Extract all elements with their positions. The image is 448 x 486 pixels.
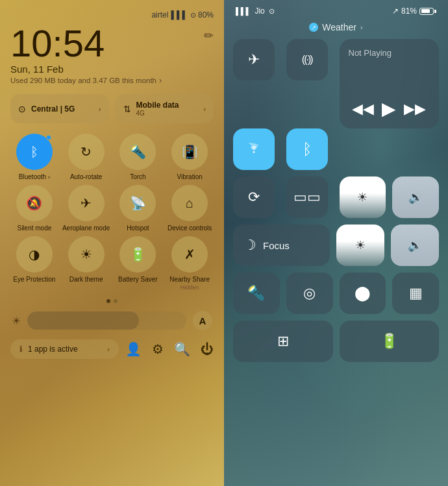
battery-arrow-right: ↗ bbox=[392, 6, 399, 16]
device-controls-label: Device controls bbox=[168, 225, 212, 232]
cellular-icon: ((·)) bbox=[302, 54, 312, 66]
volume-slider-col[interactable]: 🔊 bbox=[391, 225, 439, 266]
page-dots bbox=[10, 299, 214, 303]
bluetooth-button[interactable]: ᛒ bbox=[16, 134, 53, 170]
qr-tile[interactable]: ⊞ bbox=[233, 321, 333, 362]
next-button[interactable]: ▶▶ bbox=[404, 101, 426, 117]
bluetooth-icon-right: ᛒ bbox=[303, 140, 312, 158]
dark-theme-cell: ☀ Dark theme bbox=[62, 236, 110, 291]
app-active-button[interactable]: ℹ 1 app is active › bbox=[10, 339, 119, 359]
row-1: ✈ ((·)) Not Playing ◀◀ ▶ ▶▶ bbox=[233, 39, 439, 128]
battery-saver-button[interactable]: 🔋 bbox=[119, 236, 156, 273]
weather-label: Weather bbox=[322, 22, 356, 32]
camera-icon: ◎ bbox=[303, 285, 316, 302]
mobile-data-tile[interactable]: ⇅ Mobile data 4G › bbox=[116, 94, 214, 123]
row-2-wrapper: ᛒ bbox=[233, 128, 439, 170]
media-tile: Not Playing ◀◀ ▶ ▶▶ bbox=[340, 39, 440, 128]
screen-mirror-icon: ▭▭ bbox=[293, 189, 321, 206]
airplane-tile[interactable]: ✈ bbox=[233, 39, 275, 80]
auto-rotate-cell: ↻ Auto-rotate bbox=[62, 134, 110, 181]
nearby-share-icon: ✗ bbox=[184, 247, 195, 262]
play-button[interactable]: ▶ bbox=[382, 98, 396, 119]
wifi-tile-right[interactable] bbox=[233, 128, 275, 170]
hotspot-icon: 📡 bbox=[130, 195, 146, 211]
hotspot-button[interactable]: 📡 bbox=[119, 185, 156, 221]
wifi-icon-svg bbox=[246, 143, 262, 156]
usage-arrow[interactable]: › bbox=[159, 76, 162, 85]
left-panel: airtel ▌▌▌ ⊙ 80% 10:54 ✏ Sun, 11 Feb Use… bbox=[0, 0, 224, 486]
device-controls-button[interactable]: ⌂ bbox=[171, 185, 208, 221]
clock-time: 10:54 bbox=[10, 25, 105, 62]
row-3: ⟳ ▭▭ ☀ 🔊 bbox=[233, 176, 439, 218]
status-right: ↗ 81% bbox=[392, 6, 436, 16]
prev-button[interactable]: ◀◀ bbox=[352, 101, 374, 117]
brightness-slider-col[interactable]: ☀ bbox=[336, 225, 384, 266]
auto-rotate-icon: ↻ bbox=[81, 144, 92, 160]
flashlight-tile[interactable]: 🔦 bbox=[233, 273, 280, 314]
focus-tile[interactable]: ☽ Focus bbox=[233, 225, 330, 266]
date-display: Sun, 11 Feb bbox=[10, 64, 214, 75]
not-playing-title: Not Playing bbox=[349, 48, 430, 58]
airplane-cell: ✈ Aeroplane mode bbox=[62, 185, 110, 232]
search-icon[interactable]: 🔍 bbox=[174, 341, 190, 357]
bluetooth-label: Bluetooth › bbox=[19, 173, 50, 181]
camera-tile[interactable]: ◎ bbox=[286, 273, 333, 314]
settings-icon[interactable]: ⚙ bbox=[152, 341, 164, 357]
bluetooth-tile-right[interactable]: ᛒ bbox=[286, 128, 328, 170]
eye-protection-button[interactable]: ◑ bbox=[16, 236, 53, 273]
edit-icon[interactable]: ✏ bbox=[204, 30, 214, 42]
time-display: 10:54 ✏ bbox=[10, 25, 214, 62]
calculator-tile[interactable]: ▦ bbox=[392, 273, 439, 314]
not-playing: Not Playing bbox=[349, 48, 430, 63]
airplane-label: Aeroplane mode bbox=[62, 225, 110, 232]
person-icon[interactable]: 👤 bbox=[125, 341, 142, 357]
brightness-bar[interactable] bbox=[27, 311, 186, 330]
battery-saver-cell: 🔋 Battery Saver bbox=[114, 236, 162, 291]
weather-bar[interactable]: ↗ Weather › bbox=[233, 19, 439, 39]
quick-tiles: ⊙ Central | 5G › ⇅ Mobile data 4G › bbox=[10, 94, 214, 123]
carrier-text: airtel bbox=[151, 10, 168, 19]
silent-label: Silent mode bbox=[17, 225, 51, 232]
app-active-text: 1 app is active bbox=[28, 345, 102, 354]
wifi-tile-title: Central | 5G bbox=[31, 104, 93, 114]
signal-bars-right: ▌▌▌ bbox=[236, 7, 251, 15]
dark-theme-button[interactable]: ☀ bbox=[68, 236, 105, 273]
bluetooth-cell: ᛒ Bluetooth › bbox=[10, 134, 58, 181]
nearby-share-button[interactable]: ✗ bbox=[171, 236, 208, 273]
battery-widget-icon: 🔋 bbox=[380, 333, 398, 350]
brightness-slider-tile[interactable]: ☀ bbox=[340, 176, 386, 218]
orientation-tile[interactable]: ⟳ bbox=[233, 176, 275, 218]
battery-saver-icon: 🔋 bbox=[130, 247, 146, 262]
airplane-button[interactable]: ✈ bbox=[68, 185, 105, 221]
battery-percent-right: 81% bbox=[401, 6, 417, 16]
mobile-data-title: Mobile data bbox=[136, 101, 199, 110]
usage-text: Used 290 MB today and 3.47 GB this month bbox=[10, 77, 156, 84]
app-active-chevron: › bbox=[107, 345, 110, 353]
cellular-tile[interactable]: ((·)) bbox=[286, 39, 328, 80]
auto-brightness-button[interactable]: A bbox=[193, 311, 212, 330]
auto-rotate-button[interactable]: ↻ bbox=[68, 134, 105, 170]
vibration-button[interactable]: 📳 bbox=[171, 134, 208, 170]
focus-moon-icon: ☽ bbox=[243, 237, 256, 254]
silent-icon: 🔕 bbox=[26, 195, 42, 211]
mobile-data-subtitle: 4G bbox=[136, 110, 199, 117]
wifi-tile[interactable]: ⊙ Central | 5G › bbox=[10, 94, 109, 123]
torch-button[interactable]: 🔦 bbox=[119, 134, 156, 170]
record-tile[interactable]: ⬤ bbox=[340, 273, 386, 314]
bottom-icons: 👤 ⚙ 🔍 ⏻ bbox=[125, 341, 214, 357]
orientation-icon: ⟳ bbox=[248, 189, 260, 206]
wifi-icon-small: ⊙ bbox=[190, 11, 196, 19]
controls-wrapper: ✈ ((·)) Not Playing ◀◀ ▶ ▶▶ bbox=[233, 39, 439, 365]
battery-saver-label: Battery Saver bbox=[118, 276, 158, 284]
brightness-row: ☀ A bbox=[10, 311, 214, 330]
screen-mirror-tile[interactable]: ▭▭ bbox=[286, 176, 328, 218]
volume-col-icon: 🔊 bbox=[408, 238, 422, 252]
battery-widget-tile[interactable]: 🔋 bbox=[340, 321, 440, 362]
silent-button[interactable]: 🔕 bbox=[16, 185, 53, 221]
eye-protection-icon: ◑ bbox=[29, 247, 40, 262]
focus-label: Focus bbox=[263, 240, 290, 251]
volume-slider-tile[interactable]: 🔊 bbox=[392, 176, 439, 218]
nearby-share-label: Nearby ShareHidden bbox=[169, 276, 210, 291]
signal-icon: ▌▌▌ bbox=[171, 10, 188, 19]
power-icon[interactable]: ⏻ bbox=[201, 342, 214, 357]
